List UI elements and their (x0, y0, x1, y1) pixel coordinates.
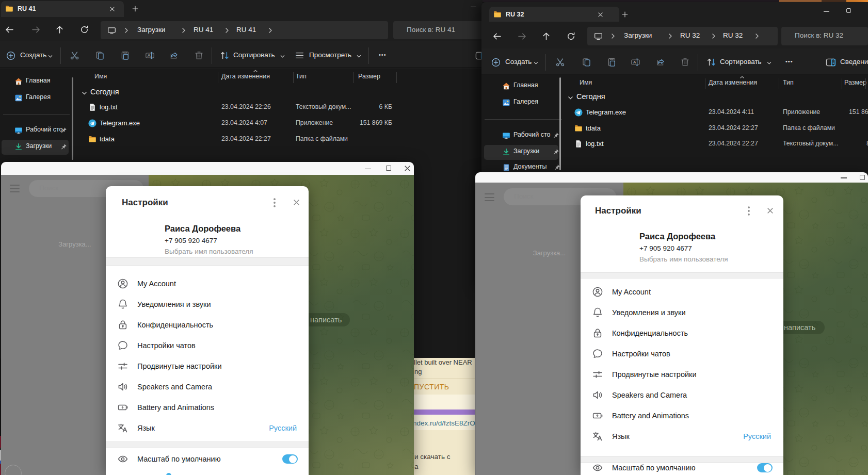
svg-text:A: A (148, 53, 151, 58)
svg-text:A: A (633, 60, 636, 64)
